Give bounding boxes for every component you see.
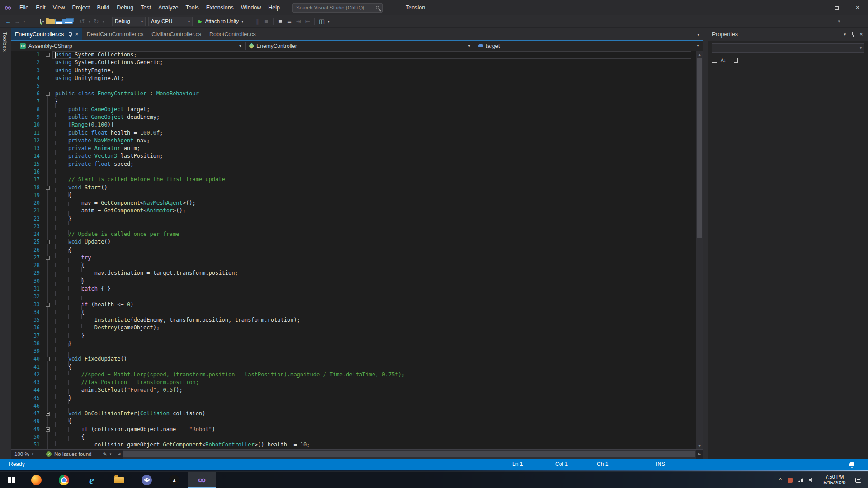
- undo-icon[interactable]: ↺: [78, 15, 87, 28]
- fold-collapse-icon[interactable]: [46, 53, 50, 57]
- code-line[interactable]: 14 private Vector3 lastPosition;: [11, 152, 696, 160]
- line-number[interactable]: 37: [11, 332, 40, 340]
- line-number[interactable]: 10: [11, 121, 40, 129]
- action-center-icon[interactable]: [855, 478, 861, 483]
- tab-civiliancontroller-cs[interactable]: CivilianController.cs: [147, 28, 205, 40]
- fold-collapse-icon[interactable]: [46, 92, 50, 96]
- fold-collapse-icon[interactable]: [46, 427, 50, 432]
- line-number[interactable]: 43: [11, 379, 40, 386]
- line-number[interactable]: 11: [11, 129, 40, 137]
- break-all-icon[interactable]: ∥: [253, 15, 262, 28]
- open-file-icon[interactable]: [46, 19, 55, 24]
- fold-collapse-icon[interactable]: [46, 303, 50, 307]
- properties-header[interactable]: Properties ▾ ×: [708, 28, 868, 41]
- code-line[interactable]: 16: [11, 168, 696, 176]
- window-position-icon[interactable]: ▾: [841, 30, 849, 38]
- save-all-icon[interactable]: [64, 19, 73, 24]
- code-line[interactable]: 34 {: [11, 309, 696, 316]
- code-line[interactable]: 36 Destroy(gameObject);: [11, 324, 696, 332]
- code-line[interactable]: 47 void OnCollisionEnter(Collision colli…: [11, 410, 696, 418]
- fold-collapse-icon[interactable]: [46, 240, 50, 244]
- code-line[interactable]: 49 if (collision.gameObject.name == "Rob…: [11, 426, 696, 433]
- code-line[interactable]: 31 catch { }: [11, 285, 696, 293]
- line-number[interactable]: 35: [11, 316, 40, 324]
- explorer-taskbar-button[interactable]: [105, 472, 133, 488]
- line-number[interactable]: 23: [11, 223, 40, 230]
- code-line[interactable]: 4using UnityEngine.AI;: [11, 75, 696, 82]
- menu-extensions[interactable]: Extensions: [203, 0, 237, 15]
- attach-to-unity-button[interactable]: ▶Attach to Unity▾: [195, 16, 246, 26]
- ie-taskbar-button[interactable]: e: [78, 472, 105, 488]
- stop-debugging-icon[interactable]: ■: [262, 15, 271, 28]
- line-number[interactable]: 40: [11, 355, 40, 363]
- menu-build[interactable]: Build: [93, 0, 113, 15]
- code-line[interactable]: 35 Instantiate(deadEnemy, transform.posi…: [11, 316, 696, 324]
- code-line[interactable]: 37 }: [11, 332, 696, 340]
- solution-platform-combo[interactable]: Any CPU▾: [148, 17, 193, 26]
- line-number[interactable]: 48: [11, 418, 40, 425]
- code-line[interactable]: 2using System.Collections.Generic;: [11, 59, 696, 66]
- navigation-dropdown-icon[interactable]: ▾: [22, 15, 27, 28]
- menu-view[interactable]: View: [49, 0, 69, 15]
- minimize-button[interactable]: [806, 0, 826, 15]
- search-input[interactable]: Search Visual Studio (Ctrl+Q): [292, 3, 383, 13]
- menu-project[interactable]: Project: [69, 0, 94, 15]
- line-number[interactable]: 45: [11, 394, 40, 402]
- line-number[interactable]: 15: [11, 160, 40, 168]
- menu-edit[interactable]: Edit: [32, 0, 49, 15]
- type-dropdown[interactable]: EnemyController ▾: [245, 42, 473, 50]
- line-number[interactable]: 33: [11, 301, 40, 309]
- notifications-bell-icon[interactable]: [849, 462, 854, 466]
- start-taskbar-button[interactable]: [0, 472, 23, 488]
- chrome-taskbar-button[interactable]: [50, 472, 78, 488]
- line-number[interactable]: 38: [11, 340, 40, 347]
- line-number[interactable]: 44: [11, 386, 40, 394]
- line-number[interactable]: 7: [11, 98, 40, 106]
- fold-collapse-icon[interactable]: [46, 357, 50, 361]
- hidden-icons-chevron[interactable]: ^: [776, 477, 785, 483]
- line-number[interactable]: 5: [11, 82, 40, 90]
- member-dropdown[interactable]: target ▾: [475, 42, 702, 50]
- code-line[interactable]: 18 void Start(): [11, 184, 696, 192]
- code-line[interactable]: 17 // Start is called before the first f…: [11, 176, 696, 183]
- menu-analyze[interactable]: Analyze: [155, 0, 182, 15]
- line-number[interactable]: 34: [11, 309, 40, 316]
- code-line[interactable]: 3using UnityEngine;: [11, 67, 696, 75]
- fold-collapse-icon[interactable]: [46, 186, 50, 190]
- close-panel-icon[interactable]: ×: [857, 30, 865, 38]
- categorized-icon[interactable]: [712, 58, 717, 63]
- line-number[interactable]: 26: [11, 246, 40, 254]
- restore-button[interactable]: [826, 0, 847, 15]
- code-editor[interactable]: 1using System.Collections;2using System.…: [11, 51, 703, 449]
- character-indicator[interactable]: Ch 1: [597, 461, 608, 467]
- code-line[interactable]: 10 [Range(0,100)]: [11, 121, 696, 129]
- insert-mode-indicator[interactable]: INS: [656, 461, 665, 467]
- solution-configuration-combo[interactable]: Debug▾: [112, 17, 146, 26]
- code-line[interactable]: 51 collision.gameObject.GetComponent<Rob…: [11, 441, 696, 449]
- document-health-indicator[interactable]: ✓ No issues found: [42, 451, 95, 457]
- taskbar-clock[interactable]: 7:50 PM 5/15/2020: [818, 474, 851, 486]
- code-line[interactable]: 7{: [11, 98, 696, 106]
- code-line[interactable]: 46: [11, 402, 696, 410]
- code-line[interactable]: 12 private NavMeshAgent nav;: [11, 137, 696, 145]
- code-line[interactable]: 28 {: [11, 262, 696, 269]
- code-line[interactable]: 20 nav = GetComponent<NavMeshAgent>();: [11, 199, 696, 207]
- menu-test[interactable]: Test: [137, 0, 155, 15]
- unity-taskbar-button[interactable]: ▲: [160, 472, 188, 488]
- code-line[interactable]: 39: [11, 347, 696, 355]
- line-number[interactable]: 4: [11, 75, 40, 82]
- code-line[interactable]: 23: [11, 223, 696, 230]
- line-number[interactable]: 13: [11, 145, 40, 152]
- find-in-files-icon[interactable]: ≡: [276, 15, 285, 28]
- code-line[interactable]: 38 }: [11, 340, 696, 347]
- horizontal-scrollbar-thumb[interactable]: [123, 451, 695, 457]
- line-number[interactable]: 6: [11, 90, 40, 98]
- line-number[interactable]: 24: [11, 230, 40, 238]
- alphabetical-sort-icon[interactable]: A↓: [721, 58, 726, 63]
- code-line[interactable]: 44 anim.SetFloat("Forward", 0.5f);: [11, 386, 696, 394]
- line-number[interactable]: 28: [11, 262, 40, 269]
- column-indicator[interactable]: Col 1: [555, 461, 568, 467]
- code-line[interactable]: 6public class EnemyController : MonoBeha…: [11, 90, 696, 98]
- editor-horizontal-scrollbar[interactable]: ◀ ▶: [116, 450, 703, 459]
- save-icon[interactable]: [55, 19, 64, 24]
